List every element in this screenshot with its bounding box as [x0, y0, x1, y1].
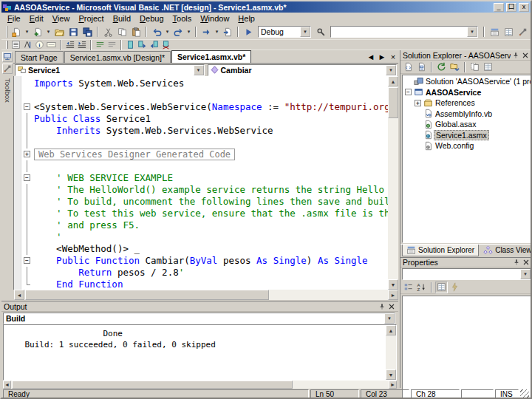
tree-item-global-asax[interactable]: Global.asax — [403, 119, 531, 130]
menu-window[interactable]: Window — [196, 13, 233, 24]
pin-icon[interactable] — [511, 51, 520, 60]
toolbar-button-new-project[interactable] — [10, 25, 23, 38]
fold-collapse-icon[interactable]: − — [24, 103, 30, 110]
scroll-right-icon[interactable]: ► — [388, 290, 398, 300]
vscroll-thumb[interactable] — [388, 87, 398, 118]
fold-margin[interactable]: − — [21, 172, 34, 184]
toolbox-autohide-tab[interactable] — [2, 64, 13, 74]
debug-config-combo[interactable]: Debug▼ — [258, 26, 311, 38]
properties-alphabetical-button[interactable]: AZ — [415, 282, 428, 293]
close-icon[interactable] — [520, 51, 530, 60]
restore-button[interactable]: 口 — [506, 3, 516, 12]
output-vscrollbar[interactable]: ▲ ▼ — [386, 325, 396, 380]
chevron-down-icon[interactable]: ▼ — [194, 65, 204, 75]
find-combo[interactable]: ▼ — [330, 26, 478, 38]
toolbar-button-solution-explorer[interactable] — [488, 25, 501, 38]
editor-tab-service1-asmx-vb-design-[interactable]: Service1.asmx.vb [Design]* — [64, 51, 171, 63]
properties-categorized-button[interactable] — [402, 282, 415, 293]
toolbar-button-indent-decrease[interactable] — [64, 40, 75, 50]
close-button[interactable]: x — [519, 3, 529, 12]
toolbar-button-add-item[interactable] — [31, 25, 44, 38]
solution-explorer-show-all-files-button[interactable] — [468, 61, 481, 73]
object-dropdown[interactable]: Service1 ▼ — [15, 64, 205, 76]
output-pane-combo[interactable]: Build ▼ — [3, 313, 395, 324]
chevron-down-icon[interactable]: ▼ — [384, 313, 395, 324]
tab-scroll-left-button[interactable]: ◄ — [366, 52, 376, 61]
document-close-button[interactable]: × — [388, 52, 398, 61]
tree-item-references[interactable]: +References — [403, 98, 531, 109]
properties-object-combo[interactable]: ▼ — [402, 268, 531, 280]
toolbar-button-open[interactable] — [52, 25, 66, 38]
toolbar-button-find-in-files[interactable] — [314, 25, 327, 38]
method-dropdown[interactable]: Cambiar ▼ — [208, 64, 398, 76]
collapsed-region[interactable]: Web Services Designer Generated Code — [34, 149, 235, 160]
server-explorer-autohide-tab[interactable] — [2, 52, 13, 62]
close-icon[interactable] — [386, 302, 396, 311]
fold-expand-icon[interactable]: + — [415, 100, 421, 106]
editor-vscrollbar[interactable]: ▲ ▼ — [388, 76, 398, 290]
tree-expander[interactable]: + — [414, 100, 422, 106]
toolbar-button-redo[interactable] — [171, 25, 185, 38]
minimize-button[interactable]: _ — [494, 3, 504, 12]
tree-item-service1-asmx[interactable]: Service1.asmx — [403, 130, 531, 141]
solexp-tab-class-view[interactable]: Class View — [479, 245, 532, 256]
menu-view[interactable]: View — [48, 13, 75, 24]
window-titlebar[interactable]: AASOAService - Microsoft Visual Basic .N… — [1, 1, 531, 13]
editor-hscrollbar[interactable]: ◄ ► — [14, 290, 398, 300]
fold-collapse-icon[interactable]: − — [24, 257, 30, 264]
toolbar-button-paste[interactable] — [129, 25, 143, 38]
properties-events-button[interactable] — [449, 282, 461, 293]
toolbar-button-toolbox[interactable] — [516, 25, 529, 38]
properties-prop-sheet-button[interactable] — [435, 282, 448, 293]
properties-grid[interactable] — [402, 296, 531, 399]
hscroll-thumb[interactable] — [25, 290, 269, 300]
editor-tab-service1-asmx-vb-[interactable]: Service1.asmx.vb* — [171, 50, 251, 63]
fold-expand-icon[interactable]: + — [24, 151, 30, 157]
toolbar-button-save-all[interactable] — [81, 25, 94, 38]
toolbar-button-comment-block[interactable] — [95, 40, 106, 50]
tree-item-web-config[interactable]: Web.config — [403, 140, 531, 151]
toolbar-grip[interactable] — [6, 41, 8, 48]
solution-explorer-refresh-button[interactable] — [435, 61, 448, 73]
toolbar-button-bookmark-clear[interactable] — [160, 40, 171, 50]
chevron-down-icon[interactable]: ▼ — [467, 27, 477, 37]
tree-item-solution-aasoaservice-1-project-[interactable]: Solution 'AASOAService' (1 project) — [403, 76, 531, 87]
solexp-tab-solution-explorer[interactable]: Solution Explorer — [402, 245, 479, 256]
chevron-down-icon[interactable]: ▾ — [185, 25, 192, 38]
toolbar-button-play[interactable] — [242, 25, 255, 38]
solution-explorer-view-code-button[interactable] — [402, 61, 415, 73]
chevron-down-icon[interactable]: ▾ — [214, 25, 220, 38]
pin-icon[interactable] — [377, 302, 386, 311]
chevron-down-icon[interactable]: ▼ — [520, 269, 531, 279]
fold-margin[interactable]: − — [21, 255, 34, 267]
output-content[interactable]: Done Build: 1 succeeded, 0 failed, 0 ski… — [3, 324, 397, 381]
menu-build[interactable]: Build — [109, 13, 135, 24]
scroll-left-icon[interactable]: ◄ — [14, 290, 24, 300]
toolbar-button-bookmark-next[interactable] — [137, 40, 148, 50]
menu-help[interactable]: Help — [233, 13, 259, 24]
menu-project[interactable]: Project — [74, 13, 108, 24]
toolbar-button-quick-info[interactable] — [34, 40, 45, 50]
fold-collapse-icon[interactable]: − — [24, 174, 30, 181]
toolbar-button-uncomment-block[interactable] — [106, 40, 117, 50]
chevron-down-icon[interactable]: ▾ — [164, 25, 171, 38]
toolbar-button-copy[interactable] — [115, 25, 129, 38]
pin-icon[interactable] — [511, 258, 521, 267]
scroll-down-icon[interactable]: ▼ — [388, 279, 398, 290]
toolbar-button-undo[interactable] — [150, 25, 163, 38]
close-icon[interactable] — [521, 258, 531, 267]
toolbar-button-member-list[interactable] — [10, 40, 21, 50]
code-editor[interactable]: Imports System.Web.Services−<System.Web.… — [13, 76, 398, 290]
menu-edit[interactable]: Edit — [25, 13, 48, 24]
hscroll-thumb[interactable] — [12, 381, 293, 389]
editor-tab-start-page[interactable]: Start Page — [15, 51, 64, 63]
toolbar-button-save[interactable] — [66, 25, 80, 38]
solution-explorer-view-designer-button[interactable] — [415, 61, 428, 73]
solution-explorer-copy-web-button[interactable] — [449, 61, 461, 73]
menu-tools[interactable]: Tools — [168, 13, 197, 24]
toolbar-button-properties-window[interactable] — [502, 25, 515, 38]
fold-collapse-icon[interactable]: − — [405, 89, 412, 95]
toolbar-button-bookmark-toggle[interactable] — [125, 40, 136, 50]
toolbar-button-word-completion[interactable] — [22, 40, 33, 50]
toolbox-autohide-label[interactable]: Toolbox — [4, 78, 12, 103]
